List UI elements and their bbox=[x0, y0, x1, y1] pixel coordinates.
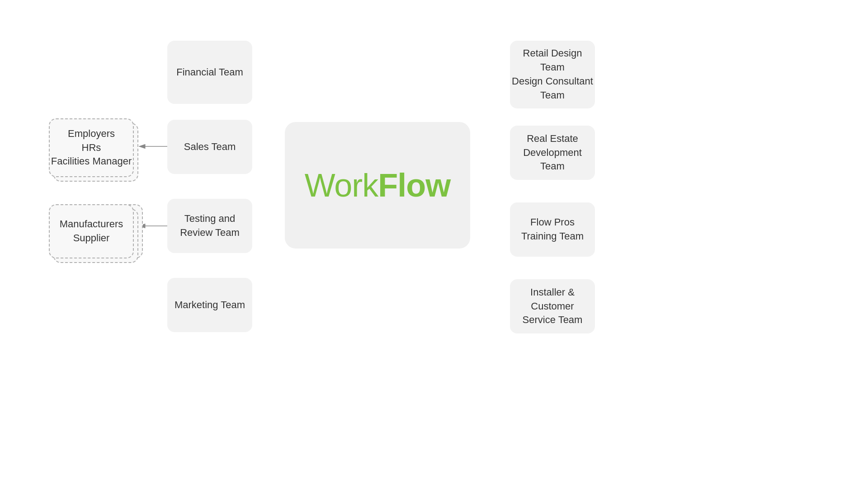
workflow-logo: WorkFlow bbox=[305, 167, 451, 204]
marketing-team-label: Marketing Team bbox=[175, 298, 245, 312]
marketing-team-card: Marketing Team bbox=[167, 278, 252, 332]
retail-design-card: Retail Design Team Design Consultant Tea… bbox=[510, 41, 595, 108]
sales-team-card: Sales Team bbox=[167, 120, 252, 174]
testing-review-card: Testing and Review Team bbox=[167, 199, 252, 253]
financial-team-label: Financial Team bbox=[176, 66, 243, 80]
retail-design-label: Retail Design Team Design Consultant Tea… bbox=[510, 47, 595, 102]
financial-team-card: Financial Team bbox=[167, 41, 252, 104]
employers-card: Employers HRs Facilities Manager bbox=[49, 118, 134, 177]
real-estate-label: Real Estate Development Team bbox=[510, 132, 595, 174]
testing-review-label: Testing and Review Team bbox=[180, 212, 240, 240]
installer-card: Installer & Customer Service Team bbox=[510, 279, 595, 333]
sales-team-label: Sales Team bbox=[184, 140, 236, 154]
installer-label: Installer & Customer Service Team bbox=[523, 286, 583, 327]
manufacturers-card: Manufacturers Supplier bbox=[49, 204, 134, 258]
employers-label: Employers HRs Facilities Manager bbox=[51, 127, 132, 169]
flow-pros-card: Flow Pros Training Team bbox=[510, 202, 595, 257]
logo-work: Work bbox=[305, 167, 378, 203]
diagram-container: Financial Team Sales Team Testing and Re… bbox=[0, 0, 868, 488]
manufacturers-label: Manufacturers Supplier bbox=[60, 217, 123, 245]
flow-pros-label: Flow Pros Training Team bbox=[521, 216, 584, 244]
workflow-logo-card: WorkFlow bbox=[285, 122, 470, 249]
logo-flow: Flow bbox=[378, 167, 450, 203]
real-estate-card: Real Estate Development Team bbox=[510, 126, 595, 180]
